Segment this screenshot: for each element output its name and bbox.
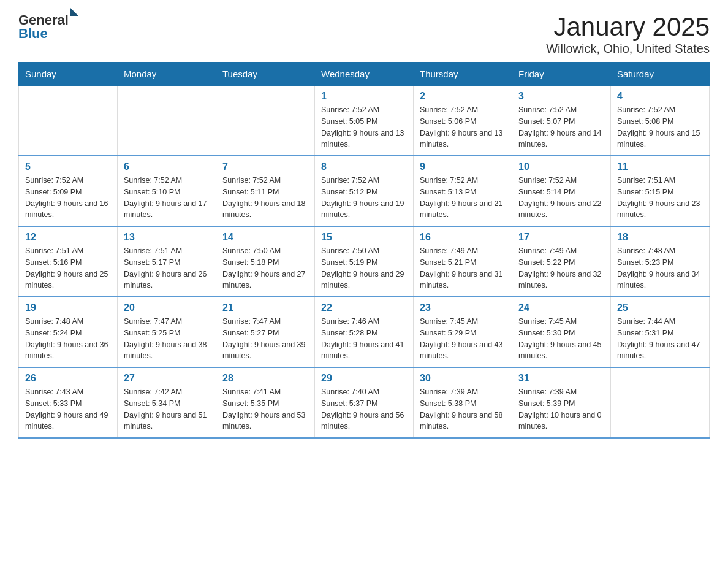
calendar-cell: 31Sunrise: 7:39 AM Sunset: 5:39 PM Dayli… [512, 367, 611, 438]
day-info: Sunrise: 7:50 AM Sunset: 5:19 PM Dayligh… [321, 245, 407, 291]
day-info: Sunrise: 7:52 AM Sunset: 5:12 PM Dayligh… [321, 175, 407, 221]
calendar-cell: 22Sunrise: 7:46 AM Sunset: 5:28 PM Dayli… [315, 297, 414, 367]
calendar-cell: 27Sunrise: 7:42 AM Sunset: 5:34 PM Dayli… [118, 367, 216, 438]
calendar-cell: 18Sunrise: 7:48 AM Sunset: 5:23 PM Dayli… [611, 226, 710, 297]
day-number: 26 [25, 373, 111, 384]
day-number: 31 [518, 373, 604, 384]
calendar-cell: 14Sunrise: 7:50 AM Sunset: 5:18 PM Dayli… [216, 226, 315, 297]
day-info: Sunrise: 7:45 AM Sunset: 5:29 PM Dayligh… [420, 316, 506, 362]
day-number: 5 [25, 161, 111, 172]
calendar-cell: 19Sunrise: 7:48 AM Sunset: 5:24 PM Dayli… [19, 297, 118, 367]
logo-arrow-icon [70, 7, 78, 16]
day-info: Sunrise: 7:52 AM Sunset: 5:06 PM Dayligh… [420, 104, 506, 150]
calendar-cell: 16Sunrise: 7:49 AM Sunset: 5:21 PM Dayli… [414, 226, 512, 297]
day-of-week-header: Thursday [414, 63, 512, 86]
calendar-week-row: 19Sunrise: 7:48 AM Sunset: 5:24 PM Dayli… [19, 297, 710, 367]
day-number: 4 [617, 91, 703, 102]
days-of-week-row: SundayMondayTuesdayWednesdayThursdayFrid… [19, 63, 710, 86]
calendar-cell: 15Sunrise: 7:50 AM Sunset: 5:19 PM Dayli… [315, 226, 414, 297]
calendar-cell [611, 367, 710, 438]
calendar-title: January 2025 [546, 12, 710, 42]
calendar-cell: 4Sunrise: 7:52 AM Sunset: 5:08 PM Daylig… [611, 86, 710, 156]
day-info: Sunrise: 7:52 AM Sunset: 5:14 PM Dayligh… [518, 175, 604, 221]
calendar-cell: 1Sunrise: 7:52 AM Sunset: 5:05 PM Daylig… [315, 86, 414, 156]
calendar-cell: 11Sunrise: 7:51 AM Sunset: 5:15 PM Dayli… [611, 156, 710, 226]
day-number: 3 [518, 91, 604, 102]
day-info: Sunrise: 7:50 AM Sunset: 5:18 PM Dayligh… [222, 245, 308, 291]
day-number: 13 [124, 232, 210, 243]
day-info: Sunrise: 7:39 AM Sunset: 5:39 PM Dayligh… [518, 386, 604, 432]
title-block: January 2025 Willowick, Ohio, United Sta… [546, 12, 710, 56]
day-number: 12 [25, 232, 111, 243]
calendar-cell: 25Sunrise: 7:44 AM Sunset: 5:31 PM Dayli… [611, 297, 710, 367]
day-of-week-header: Sunday [19, 63, 118, 86]
day-number: 16 [420, 232, 506, 243]
calendar-week-row: 12Sunrise: 7:51 AM Sunset: 5:16 PM Dayli… [19, 226, 710, 297]
calendar-week-row: 26Sunrise: 7:43 AM Sunset: 5:33 PM Dayli… [19, 367, 710, 438]
day-info: Sunrise: 7:45 AM Sunset: 5:30 PM Dayligh… [518, 316, 604, 362]
day-number: 24 [518, 302, 604, 313]
calendar-cell: 29Sunrise: 7:40 AM Sunset: 5:37 PM Dayli… [315, 367, 414, 438]
day-info: Sunrise: 7:48 AM Sunset: 5:24 PM Dayligh… [25, 316, 111, 362]
day-info: Sunrise: 7:48 AM Sunset: 5:23 PM Dayligh… [617, 245, 703, 291]
day-number: 11 [617, 161, 703, 172]
day-of-week-header: Monday [118, 63, 216, 86]
day-number: 17 [518, 232, 604, 243]
calendar-cell: 9Sunrise: 7:52 AM Sunset: 5:13 PM Daylig… [414, 156, 512, 226]
day-number: 15 [321, 232, 407, 243]
calendar-cell: 12Sunrise: 7:51 AM Sunset: 5:16 PM Dayli… [19, 226, 118, 297]
day-number: 21 [222, 302, 308, 313]
day-info: Sunrise: 7:51 AM Sunset: 5:17 PM Dayligh… [124, 245, 210, 291]
day-info: Sunrise: 7:51 AM Sunset: 5:15 PM Dayligh… [617, 175, 703, 221]
day-of-week-header: Friday [512, 63, 611, 86]
day-info: Sunrise: 7:47 AM Sunset: 5:27 PM Dayligh… [222, 316, 308, 362]
day-info: Sunrise: 7:52 AM Sunset: 5:05 PM Dayligh… [321, 104, 407, 150]
day-info: Sunrise: 7:43 AM Sunset: 5:33 PM Dayligh… [25, 386, 111, 432]
day-number: 28 [222, 373, 308, 384]
day-info: Sunrise: 7:47 AM Sunset: 5:25 PM Dayligh… [124, 316, 210, 362]
calendar-table: SundayMondayTuesdayWednesdayThursdayFrid… [18, 62, 710, 439]
day-of-week-header: Saturday [611, 63, 710, 86]
calendar-week-row: 1Sunrise: 7:52 AM Sunset: 5:05 PM Daylig… [19, 86, 710, 156]
day-info: Sunrise: 7:52 AM Sunset: 5:07 PM Dayligh… [518, 104, 604, 150]
page-header: General Blue January 2025 Willowick, Ohi… [18, 12, 710, 56]
logo-blue: Blue [18, 26, 78, 42]
day-number: 6 [124, 161, 210, 172]
day-info: Sunrise: 7:52 AM Sunset: 5:08 PM Dayligh… [617, 104, 703, 150]
day-number: 18 [617, 232, 703, 243]
calendar-cell: 13Sunrise: 7:51 AM Sunset: 5:17 PM Dayli… [118, 226, 216, 297]
calendar-cell: 26Sunrise: 7:43 AM Sunset: 5:33 PM Dayli… [19, 367, 118, 438]
day-number: 23 [420, 302, 506, 313]
day-number: 20 [124, 302, 210, 313]
calendar-cell [216, 86, 315, 156]
day-info: Sunrise: 7:52 AM Sunset: 5:09 PM Dayligh… [25, 175, 111, 221]
day-info: Sunrise: 7:51 AM Sunset: 5:16 PM Dayligh… [25, 245, 111, 291]
calendar-cell: 21Sunrise: 7:47 AM Sunset: 5:27 PM Dayli… [216, 297, 315, 367]
day-number: 30 [420, 373, 506, 384]
day-number: 22 [321, 302, 407, 313]
calendar-cell: 17Sunrise: 7:49 AM Sunset: 5:22 PM Dayli… [512, 226, 611, 297]
day-number: 29 [321, 373, 407, 384]
calendar-cell [19, 86, 118, 156]
logo: General Blue [18, 12, 78, 42]
calendar-cell: 30Sunrise: 7:39 AM Sunset: 5:38 PM Dayli… [414, 367, 512, 438]
day-number: 9 [420, 161, 506, 172]
day-number: 1 [321, 91, 407, 102]
day-info: Sunrise: 7:52 AM Sunset: 5:11 PM Dayligh… [222, 175, 308, 221]
calendar-cell: 23Sunrise: 7:45 AM Sunset: 5:29 PM Dayli… [414, 297, 512, 367]
day-number: 19 [25, 302, 111, 313]
calendar-cell: 5Sunrise: 7:52 AM Sunset: 5:09 PM Daylig… [19, 156, 118, 226]
day-number: 27 [124, 373, 210, 384]
day-info: Sunrise: 7:40 AM Sunset: 5:37 PM Dayligh… [321, 386, 407, 432]
day-of-week-header: Wednesday [315, 63, 414, 86]
day-number: 10 [518, 161, 604, 172]
day-info: Sunrise: 7:49 AM Sunset: 5:21 PM Dayligh… [420, 245, 506, 291]
calendar-header: SundayMondayTuesdayWednesdayThursdayFrid… [19, 63, 710, 86]
day-number: 8 [321, 161, 407, 172]
calendar-cell: 8Sunrise: 7:52 AM Sunset: 5:12 PM Daylig… [315, 156, 414, 226]
day-info: Sunrise: 7:52 AM Sunset: 5:10 PM Dayligh… [124, 175, 210, 221]
day-info: Sunrise: 7:49 AM Sunset: 5:22 PM Dayligh… [518, 245, 604, 291]
calendar-subtitle: Willowick, Ohio, United States [546, 42, 710, 56]
day-number: 2 [420, 91, 506, 102]
day-info: Sunrise: 7:46 AM Sunset: 5:28 PM Dayligh… [321, 316, 407, 362]
